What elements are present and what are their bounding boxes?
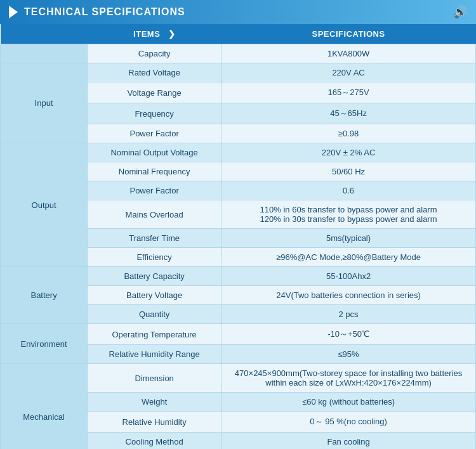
item-cell: Transfer Time [88,229,221,248]
item-cell: Mains Overload [88,200,221,229]
spec-cell: 5ms(typical) [221,229,476,248]
spec-cell: ≤60 kg (without batteries) [221,393,476,412]
spec-cell: ≥0.98 [221,124,476,143]
table-row: BatteryBattery Capacity55-100Ahx2 [1,267,476,286]
spec-cell: 55-100Ahx2 [221,267,476,286]
table-row: MechanicalDimension470×245×900mm(Two-sto… [1,364,476,393]
page-title: TECHNICAL SPECIFICATIONS [24,6,447,18]
specs-col-header: SPECIFICATIONS [221,24,476,44]
item-cell: Cooling Method [88,433,221,450]
item-cell: Frequency [88,103,221,124]
spec-cell: 470×245×900mm(Two-storey space for insta… [221,364,476,393]
spec-cell: 0～ 95 %(no cooling) [221,412,476,433]
spec-cell: 165～275V [221,82,476,103]
category-cell: Input [1,63,88,143]
item-cell: Relative Humidity Range [88,345,221,364]
spec-cell: 1KVA800W [221,44,476,63]
spec-cell: 24V(Two batteries connection in series) [221,286,476,305]
category-cell: Mechanical [1,364,88,450]
category-cell: Battery [1,267,88,324]
item-cell: Operating Temperature [88,324,221,345]
item-cell: Power Factor [88,124,221,143]
spec-cell: 220V ± 2% AC [221,143,476,162]
item-cell: Power Factor [88,181,221,200]
item-cell: Battery Capacity [88,267,221,286]
category-cell: Output [1,143,88,267]
spec-cell: ≤95% [221,345,476,364]
table-row: EnvironmentOperating Temperature-10～+50℃ [1,324,476,345]
spec-cell: ≥96%@AC Mode,≥80%@Battery Mode [221,248,476,267]
item-cell: Nominal Frequency [88,162,221,181]
table-row: Capacity1KVA800W [1,44,476,63]
spec-cell: 2 pcs [221,305,476,324]
spec-cell: 220V AC [221,63,476,82]
table-row: InputRated Voltage220V AC [1,63,476,82]
category-col-header [1,24,88,44]
table-row: OutputNominal Output Voltage220V ± 2% AC [1,143,476,162]
spec-cell: 50/60 Hz [221,162,476,181]
items-col-header: ITEMS ❯ [88,24,221,44]
header-triangle-icon [9,6,18,18]
page-header: TECHNICAL SPECIFICATIONS 🔊 [0,0,476,24]
item-cell: Rated Voltage [88,63,221,82]
spec-cell: 0.6 [221,181,476,200]
item-cell: Quantity [88,305,221,324]
spec-cell: 110% in 60s transfer to bypass power and… [221,200,476,229]
item-cell: Capacity [88,44,221,63]
item-cell: Weight [88,393,221,412]
item-cell: Relative Humidity [88,412,221,433]
category-cell [1,44,88,63]
item-cell: Nominal Output Voltage [88,143,221,162]
item-cell: Efficiency [88,248,221,267]
spec-cell: Fan cooling [221,433,476,450]
item-cell: Dimension [88,364,221,393]
spec-cell: -10～+50℃ [221,324,476,345]
item-cell: Voltage Range [88,82,221,103]
category-cell: Environment [1,324,88,364]
sound-icon: 🔊 [453,5,467,19]
spec-cell: 45～65Hz [221,103,476,124]
item-cell: Battery Voltage [88,286,221,305]
specs-table-container: ITEMS ❯SPECIFICATIONSCapacity1KVA800WInp… [0,24,476,449]
